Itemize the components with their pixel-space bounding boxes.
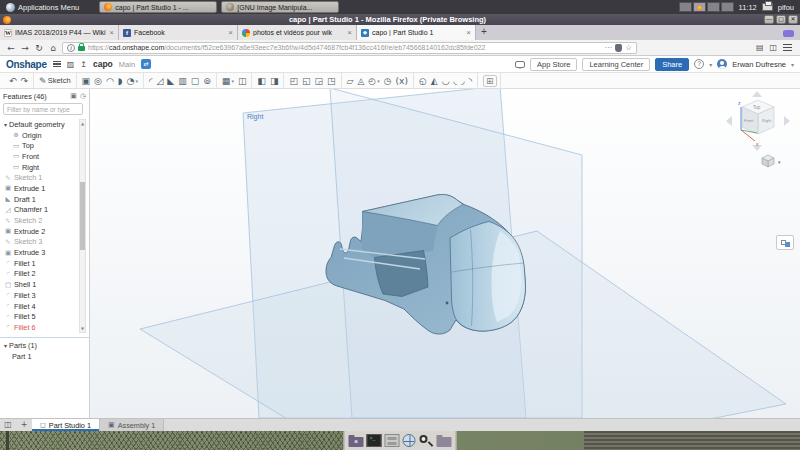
app-store-button[interactable]: App Store [530, 58, 577, 71]
tree-item-right[interactable]: ▭Right [0, 162, 78, 173]
browser-tab-imas-2018-2019-p44-wiki[interactable]: WIMAS 2018/2019 P44 — Wiki× [0, 25, 119, 40]
workspace-2[interactable] [693, 2, 706, 12]
feature-row-chamfer-1[interactable]: ◿Chamfer 1 [0, 205, 78, 216]
hamburger-menu-icon[interactable] [783, 43, 792, 53]
expander-icon[interactable]: ▾ [4, 121, 7, 128]
custom-feature-tool-button[interactable]: ⊞ [483, 75, 497, 87]
part-row-part-1[interactable]: Part 1 [0, 351, 89, 362]
viewport-canvas[interactable]: Right [90, 89, 800, 418]
thicken-tool-button[interactable]: ◔▾ [125, 76, 140, 86]
document-menu-icon[interactable] [53, 59, 61, 68]
plane-tool-button[interactable]: ▱ [345, 76, 356, 86]
window-titlebar[interactable]: capo | Part Studio 1 - Mozilla Firefox (… [0, 14, 800, 25]
close-button[interactable]: ✕ [788, 15, 798, 24]
tree-item-top[interactable]: ▭Top [0, 140, 78, 151]
browser-tab-facebook[interactable]: fFacebook× [119, 25, 238, 40]
task-button-gimp[interactable]: [GNU Image Manipula... [221, 1, 339, 13]
library-icon[interactable]: ▤ [756, 43, 764, 52]
shell-tool-button[interactable]: ▢ [189, 76, 202, 86]
tab-close-icon[interactable]: × [466, 28, 471, 37]
scroll-up-icon[interactable]: ▲ [80, 121, 85, 126]
chamfer-tool-button[interactable]: ◿ [154, 76, 165, 86]
tab-close-icon[interactable]: × [228, 28, 233, 37]
browser-tab-capo-part-studio-1[interactable]: ◆capo | Part Studio 1× [357, 25, 476, 40]
parts-header[interactable]: ▾ Parts (1) [0, 340, 89, 351]
graphics-viewport[interactable]: Right [90, 89, 800, 418]
minimize-button[interactable]: — [764, 15, 774, 24]
applications-menu-button[interactable]: Applications Menu [0, 0, 85, 14]
fillet-tool-button[interactable]: ◜ [147, 76, 155, 86]
feature-row-draft-1[interactable]: ◣Draft 1 [0, 194, 78, 205]
element-tab-assembly-1[interactable]: ▣Assembly 1 [100, 419, 164, 431]
scroll-down-icon[interactable]: ▼ [80, 326, 85, 331]
sweep-tool-button[interactable]: ◠ [104, 76, 116, 86]
url-bar[interactable]: i https://cad.onshape.com/documents/f52c… [62, 42, 637, 54]
page-info-icon[interactable]: i [67, 44, 75, 52]
feature-filter-input[interactable] [3, 103, 83, 115]
split-tool-button[interactable]: ◨ [268, 76, 281, 86]
variable-studio-caret-icon[interactable]: ▾ [377, 78, 380, 84]
workspace-status-icon[interactable]: ⇄ [141, 59, 151, 69]
boolean-tool-button[interactable]: ◧ [255, 76, 268, 86]
home-folder-dock-icon[interactable]: a [349, 437, 364, 447]
feature-row-sketch-3[interactable]: ✎Sketch 3 [0, 237, 78, 248]
task-button-firefox[interactable]: capo | Part Studio 1 - ... [99, 1, 217, 13]
feature-row-shell-1[interactable]: ▢Shell 1 [0, 279, 78, 290]
feature-row-fillet-6[interactable]: ◜Fillet 6 [0, 322, 78, 333]
file-cabinet-dock-icon[interactable] [385, 434, 400, 447]
search-dock-icon[interactable] [419, 434, 434, 447]
routing-tool-button[interactable]: ◞ [459, 76, 467, 86]
terminal-dock-icon[interactable]: >_ [367, 434, 382, 447]
loft-tool-button[interactable]: ◗ [116, 76, 125, 86]
helix-tool-button[interactable]: ◵ [417, 76, 429, 86]
feature-row-fillet-2[interactable]: ◜Fillet 2 [0, 269, 78, 280]
workspace-1[interactable] [679, 2, 692, 12]
hole-tool-button[interactable]: ⊚ [201, 76, 213, 86]
redo-tool-button[interactable]: ↷ [19, 76, 31, 86]
variable-studio-tool-button[interactable]: ◴▾ [366, 76, 381, 86]
document-name[interactable]: capo [93, 59, 113, 69]
feature-row-fillet-1[interactable]: ◜Fillet 1 [0, 258, 78, 269]
feature-row-extrude-2[interactable]: ▣Extrude 2 [0, 226, 78, 237]
feature-row-extrude-3[interactable]: ▣Extrude 3 [0, 247, 78, 258]
feature-row-sketch-2[interactable]: ✎Sketch 2 [0, 215, 78, 226]
feature-row-sketch-1[interactable]: ✎Sketch 1 [0, 172, 78, 183]
measure-tool-button[interactable]: ◷ [382, 76, 394, 86]
model-window-opening[interactable] [375, 251, 429, 297]
modify-fillet-tool-button[interactable]: ◳ [325, 76, 338, 86]
user-name[interactable]: Erwan Dufresne [732, 60, 786, 69]
forward-button[interactable]: → [18, 43, 32, 53]
features-scrollbar[interactable]: ▲ ▼ [79, 119, 86, 333]
frame-tool-button[interactable]: ◝ [467, 76, 475, 86]
comment-bubble-icon[interactable] [515, 61, 525, 68]
tree-item-origin[interactable]: ⊕Origin [0, 130, 78, 141]
linear-pattern-caret-icon[interactable]: ▾ [231, 78, 234, 84]
mate-connector-tool-button[interactable]: ◬ [355, 76, 366, 86]
create-element-button[interactable]: + [16, 419, 32, 431]
feature-row-fillet-3[interactable]: ◜Fillet 3 [0, 290, 78, 301]
view-cube[interactable]: Top Front Right z x ▾ [726, 91, 790, 167]
onshape-logo[interactable]: Onshape [6, 59, 47, 70]
tree-item-default-geometry[interactable]: ▾ Default geometry [0, 119, 78, 130]
projected-curve-tool-button[interactable]: ◭ [429, 76, 440, 86]
draft-tool-button[interactable]: ◣ [165, 76, 176, 86]
extrude-tool-button[interactable]: ▣ [80, 76, 93, 86]
help-icon[interactable]: ? [694, 59, 704, 69]
back-button[interactable]: ← [4, 43, 18, 53]
thicken-caret-icon[interactable]: ▾ [135, 78, 138, 84]
feature-row-fillet-4[interactable]: ◜Fillet 4 [0, 301, 78, 312]
user-avatar[interactable] [717, 59, 727, 69]
variable-tool-button[interactable]: (x) [394, 76, 410, 86]
feature-row-fillet-5[interactable]: ◜Fillet 5 [0, 311, 78, 322]
linear-pattern-tool-button[interactable]: ▦▾ [220, 76, 236, 86]
undo-tool-button[interactable]: ↶ [7, 76, 19, 86]
rib-tool-button[interactable]: ▥ [176, 76, 189, 86]
scrollbar-thumb[interactable] [80, 182, 85, 250]
viewcube-arrow-up-icon[interactable] [752, 91, 762, 97]
home-button[interactable]: ⌂ [46, 43, 60, 53]
share-button[interactable]: Share [655, 58, 689, 71]
tree-item-front[interactable]: ▭Front [0, 151, 78, 162]
printer-icon[interactable] [762, 3, 773, 11]
transform-tool-button[interactable]: ◰ [287, 76, 300, 86]
workspace-name[interactable]: Main [119, 60, 135, 69]
